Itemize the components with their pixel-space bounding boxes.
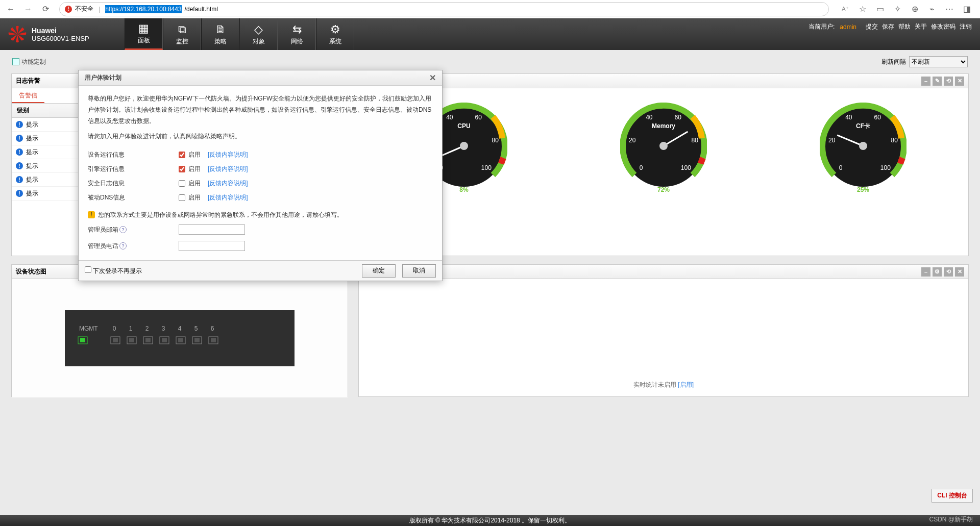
option-row: 引擎运行信息 启用[反馈内容说明] xyxy=(88,162,433,176)
minimize-icon[interactable]: – xyxy=(921,267,930,277)
dialog-text-2: 请您加入用户体验改进计划前，认真阅读隐私策略声明。 xyxy=(88,131,433,142)
dialog-text-1: 尊敬的用户您好，欢迎使用华为NGFW下一代防火墙。为提升NGFW安全能力以便为您… xyxy=(88,93,433,127)
not-secure-icon: ! xyxy=(65,6,72,13)
help-icon[interactable]: ? xyxy=(119,226,127,233)
app-header: Huawei USG6000V1-ENSP ▦面板⧉监控🗎策略◇对象⇆网络⚙系统… xyxy=(0,18,980,50)
header-link[interactable]: 修改密码 xyxy=(931,23,955,30)
browser-tools: A⁺ ☆ ▭ ✧ ⊕ ⌁ ⋯ ◨ xyxy=(836,4,976,14)
tab-系统[interactable]: ⚙系统 xyxy=(316,18,354,50)
refresh-select[interactable]: 不刷新 xyxy=(909,56,968,67)
feedback-link[interactable]: [反馈内容说明] xyxy=(208,178,248,189)
svg-text:CF卡: CF卡 xyxy=(856,122,870,130)
reader-icon[interactable]: ▭ xyxy=(875,4,885,14)
address-bar[interactable]: ! 不安全 | https://192.168.20.100:8443/defa… xyxy=(59,2,829,16)
split-icon[interactable]: ◨ xyxy=(962,4,972,14)
admin-email-input[interactable] xyxy=(179,224,245,235)
forward-icon[interactable]: → xyxy=(21,3,35,16)
tab-网络[interactable]: ⇆网络 xyxy=(278,18,316,50)
text-size-icon[interactable]: A⁺ xyxy=(840,4,850,14)
star-icon[interactable]: ☆ xyxy=(857,4,868,14)
option-row: 安全日志信息 启用[反馈内容说明] xyxy=(88,177,433,190)
settings-icon[interactable]: ⚙ xyxy=(933,267,942,277)
svg-text:60: 60 xyxy=(874,114,881,121)
tab-icon: ⧉ xyxy=(178,23,186,36)
enable-checkbox[interactable] xyxy=(179,194,185,201)
tab-监控[interactable]: ⧉监控 xyxy=(163,18,201,50)
enable-link[interactable]: [启用] xyxy=(678,381,694,388)
svg-text:20: 20 xyxy=(828,137,836,144)
dialog-title: 用户体验计划 xyxy=(85,73,121,82)
info-icon: ! xyxy=(16,176,23,183)
admin-phone-input[interactable] xyxy=(179,241,245,251)
header-link[interactable]: 关于 xyxy=(915,23,927,30)
header-link[interactable]: 提交 xyxy=(866,23,878,30)
edit-icon[interactable]: ✎ xyxy=(933,77,942,86)
close-icon[interactable]: ✕ xyxy=(429,73,436,83)
footer: 版权所有 © 华为技术有限公司2014-2018 。保留一切权利。 xyxy=(0,515,980,526)
panel-title: 日志告警 xyxy=(16,77,40,85)
cli-console-button[interactable]: CLI 控制台 xyxy=(932,489,973,503)
performance-icon[interactable]: ⌁ xyxy=(927,4,937,14)
svg-rect-38 xyxy=(113,338,118,342)
func-custom[interactable]: 功能定制 xyxy=(12,58,46,66)
ux-dialog: 用户体验计划 ✕ 尊敬的用户您好，欢迎使用华为NGFW下一代防火墙。为提升NGF… xyxy=(78,70,443,281)
close-icon[interactable]: ✕ xyxy=(955,77,964,86)
gauge-CF卡: 020406080100CF卡25% xyxy=(820,103,906,197)
brand-name: Huawei xyxy=(32,27,89,35)
svg-point-9 xyxy=(460,142,468,150)
url-rest: /default.html xyxy=(185,6,218,13)
collections-icon[interactable]: ⊕ xyxy=(910,4,920,14)
admin-phone-label: 管理员电话 xyxy=(88,240,118,252)
svg-text:100: 100 xyxy=(880,164,891,171)
svg-point-20 xyxy=(659,142,668,150)
svg-text:Memory: Memory xyxy=(652,122,675,130)
svg-text:6: 6 xyxy=(211,325,214,332)
more-icon[interactable]: ⋯ xyxy=(944,4,954,14)
svg-text:2: 2 xyxy=(145,325,149,332)
enable-checkbox[interactable] xyxy=(179,152,185,158)
svg-text:40: 40 xyxy=(845,114,852,121)
func-custom-icon xyxy=(12,58,19,65)
refresh-panel-icon[interactable]: ⟲ xyxy=(944,77,953,86)
refresh-icon[interactable]: ⟳ xyxy=(39,3,52,16)
header-link[interactable]: 帮助 xyxy=(898,23,911,30)
tab-对象[interactable]: ◇对象 xyxy=(239,18,278,50)
watermark: CSDN @新手胡 xyxy=(929,515,973,524)
tab-策略[interactable]: 🗎策略 xyxy=(201,18,239,50)
cancel-button[interactable]: 取消 xyxy=(402,264,436,278)
minimize-icon[interactable]: – xyxy=(921,77,930,86)
warning-icon: ! xyxy=(88,211,95,218)
tab-icon: ◇ xyxy=(254,23,263,36)
tab-alerts[interactable]: 告警信 xyxy=(12,88,44,103)
svg-text:80: 80 xyxy=(692,137,699,144)
feedback-link[interactable]: [反馈内容说明] xyxy=(208,149,248,160)
refresh-panel-icon[interactable]: ⟲ xyxy=(944,267,953,277)
svg-text:40: 40 xyxy=(446,114,453,121)
header-link[interactable]: 注销 xyxy=(960,23,972,30)
feedback-link[interactable]: [反馈内容说明] xyxy=(208,163,248,174)
favorites-icon[interactable]: ✧ xyxy=(892,4,902,14)
enable-checkbox[interactable] xyxy=(179,166,185,172)
ok-button[interactable]: 确定 xyxy=(362,264,396,278)
feedback-link[interactable]: [反馈内容说明] xyxy=(208,192,248,203)
dont-show-again[interactable]: 下次登录不再显示 xyxy=(85,266,142,275)
svg-text:25%: 25% xyxy=(857,186,869,193)
tab-icon: 🗎 xyxy=(215,23,226,36)
svg-text:0: 0 xyxy=(113,325,116,332)
close-icon[interactable]: ✕ xyxy=(955,267,964,277)
svg-text:8%: 8% xyxy=(459,186,469,193)
info-icon: ! xyxy=(16,162,23,169)
back-icon[interactable]: ← xyxy=(4,3,17,16)
panel-resources: 系统资源 – ✎ ⟲ ✕ 020406080100CPU8%0204060801… xyxy=(358,73,969,256)
dont-show-checkbox[interactable] xyxy=(85,266,91,273)
svg-text:80: 80 xyxy=(492,137,499,144)
tab-面板[interactable]: ▦面板 xyxy=(125,18,163,50)
svg-text:60: 60 xyxy=(674,114,681,121)
help-icon[interactable]: ? xyxy=(119,242,127,249)
svg-rect-56 xyxy=(211,338,216,342)
header-link[interactable]: 保存 xyxy=(882,23,894,30)
svg-text:100: 100 xyxy=(481,164,491,171)
panel-title: 设备状态图 xyxy=(16,267,46,276)
browser-bar: ← → ⟳ ! 不安全 | https://192.168.20.100:844… xyxy=(0,0,980,18)
enable-checkbox[interactable] xyxy=(179,180,185,187)
